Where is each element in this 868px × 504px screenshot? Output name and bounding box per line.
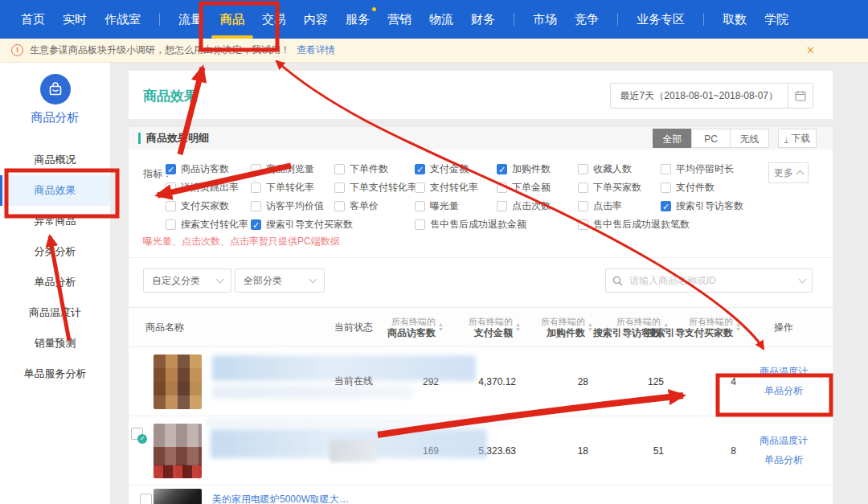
column-header-加购件数[interactable]: 所有终端的加购件数▲▼	[521, 317, 593, 338]
metric-checkbox-客单价[interactable]: 客单价	[334, 199, 379, 213]
column-header-text: 所有终端的商品访客数	[387, 317, 436, 338]
metric-label: 下单买家数	[593, 181, 641, 195]
nav-item-服务[interactable]: 服务	[337, 0, 379, 39]
tab-无线[interactable]: 无线	[730, 129, 769, 148]
selected-check-badge[interactable]	[131, 428, 143, 440]
sidebar-menu: 商品概况商品效果异常商品分类分析单品分析商品温度计销量预测单品服务分析	[0, 145, 110, 389]
nav-item-财务[interactable]: 财务	[462, 0, 504, 39]
metric-checkbox-下单支付转化率[interactable]: 下单支付转化率	[334, 181, 417, 195]
nav-item-内容[interactable]: 内容	[295, 0, 337, 39]
nav-item-取数[interactable]: 取数	[714, 0, 755, 39]
metric-checkbox-支付买家数[interactable]: 支付买家数	[166, 199, 229, 213]
sidebar-item-异常商品[interactable]: 异常商品	[0, 206, 110, 236]
checkbox-icon	[251, 164, 261, 174]
metric-checkbox-访客平均价值[interactable]: 访客平均价值	[251, 199, 324, 213]
custom-category-select[interactable]: 自定义分类	[143, 268, 231, 293]
metric-checkbox-搜索引导支付买家数[interactable]: ✓搜索引导支付买家数	[251, 218, 353, 232]
product-thumbnail	[154, 489, 202, 504]
column-header-scope: 所有终端的	[541, 317, 585, 327]
column-header-搜索引导支付买家数[interactable]: 所有终端的搜索引导支付买家数▲▼	[669, 317, 741, 338]
metric-checkbox-点击次数[interactable]: 点击次数	[497, 199, 551, 213]
metric-checkbox-下单金额[interactable]: 下单金额	[497, 181, 551, 195]
metric-checkbox-平均停留时长[interactable]: 平均停留时长	[661, 162, 734, 176]
sort-icons: ▲▼	[515, 322, 521, 332]
column-header-支付金额[interactable]: 所有终端的支付金额▲▼	[444, 317, 521, 338]
action-product-thermometer[interactable]: 商品温度计	[760, 434, 808, 448]
metric-label: 曝光量	[430, 199, 459, 213]
nav-item-实时[interactable]: 实时	[54, 0, 96, 39]
sidebar-item-销量预测[interactable]: 销量预测	[0, 328, 110, 359]
sidebar-item-商品温度计[interactable]: 商品温度计	[0, 297, 110, 328]
metric-checkbox-搜索支付转化率[interactable]: 搜索支付转化率	[166, 218, 248, 232]
nav-divider	[703, 13, 704, 26]
metric-checkbox-下单转化率[interactable]: 下单转化率	[251, 181, 314, 195]
section-title: 商品效果明细	[146, 131, 209, 145]
notice-detail-link[interactable]: 查看详情	[297, 43, 335, 57]
nav-item-学院[interactable]: 学院	[755, 0, 797, 39]
metrics-checkbox-grid: ✓商品访客数商品浏览量下单件数✓支付金额✓加购件数收藏人数平均停留时长详情页跳出…	[166, 162, 776, 240]
sort-icons: ▲▼	[735, 322, 741, 332]
sidebar-item-商品效果[interactable]: 商品效果	[0, 175, 110, 206]
sidebar-item-分类分析[interactable]: 分类分析	[0, 236, 110, 267]
metric-checkbox-搜索引导访客数[interactable]: ✓搜索引导访客数	[661, 199, 743, 213]
download-icon: ↓	[784, 134, 789, 143]
metric-checkbox-商品浏览量[interactable]: 商品浏览量	[251, 162, 314, 176]
nav-item-流量[interactable]: 流量	[170, 0, 211, 39]
tab-全部[interactable]: 全部	[653, 129, 692, 148]
search-input[interactable]	[628, 274, 800, 287]
metric-checkbox-售中售后成功退款金额[interactable]: 售中售后成功退款金额	[415, 218, 526, 232]
sidebar-item-单品分析[interactable]: 单品分析	[0, 267, 110, 297]
product-search-box	[605, 268, 813, 293]
column-header-商品访客数[interactable]: 所有终端的商品访客数▲▼	[386, 317, 444, 338]
download-button[interactable]: ↓ 下载	[778, 129, 817, 148]
metric-checkbox-下单件数[interactable]: 下单件数	[334, 162, 388, 176]
chevron-down-icon	[216, 276, 224, 284]
more-metrics-button[interactable]: 更多	[768, 162, 809, 183]
metric-checkbox-售中售后成功退款笔数[interactable]: 售中售后成功退款笔数	[578, 218, 690, 232]
metric-checkbox-加购件数[interactable]: ✓加购件数	[497, 162, 551, 176]
checkbox-checked-icon: ✓	[166, 164, 176, 174]
sort-desc-icon: ▼	[588, 327, 593, 332]
metric-checkbox-曝光量[interactable]: 曝光量	[415, 199, 459, 213]
sort-desc-icon: ▼	[735, 327, 741, 332]
nav-item-作战室[interactable]: 作战室	[96, 0, 149, 39]
nav-item-营销[interactable]: 营销	[379, 0, 420, 39]
nav-item-竞争[interactable]: 竞争	[566, 0, 608, 39]
metric-checkbox-商品访客数[interactable]: ✓商品访客数	[166, 162, 229, 176]
all-category-select[interactable]: 全部分类	[235, 268, 325, 293]
tab-PC[interactable]: PC	[691, 129, 731, 148]
metric-checkbox-下单买家数[interactable]: 下单买家数	[578, 181, 641, 195]
metric-checkbox-支付金额[interactable]: ✓支付金额	[415, 162, 469, 176]
search-buyers-cell: 4	[669, 376, 741, 387]
nav-item-首页[interactable]: 首页	[12, 0, 54, 39]
metric-label: 下单转化率	[266, 181, 314, 195]
close-icon[interactable]: ✕	[806, 44, 815, 56]
metric-checkbox-支付转化率[interactable]: 支付转化率	[415, 181, 478, 195]
nav-item-物流[interactable]: 物流	[420, 0, 462, 39]
sidebar-item-单品服务分析[interactable]: 单品服务分析	[0, 359, 110, 389]
terminal-tabs: 全部PC无线	[653, 129, 769, 148]
metric-checkbox-支付件数[interactable]: 支付件数	[661, 181, 714, 195]
nav-item-市场[interactable]: 市场	[524, 0, 566, 39]
sort-desc-icon: ▼	[515, 327, 521, 332]
row-checkbox[interactable]	[140, 494, 152, 504]
metric-checkbox-点击率[interactable]: 点击率	[578, 199, 622, 213]
product-name-link[interactable]: 美的家用电暖炉5000W取暖大…	[212, 493, 349, 504]
chevron-down-icon	[799, 276, 807, 284]
nav-item-业务专区[interactable]: 业务专区	[628, 0, 694, 39]
date-range-picker[interactable]: 最近7天（2018-08-01~2018-08-07）	[610, 83, 813, 109]
metric-label: 详情页跳出率	[181, 181, 239, 195]
action-single-item-analysis[interactable]: 单品分析	[764, 453, 803, 467]
checkbox-checked-icon: ✓	[415, 164, 425, 174]
sidebar-item-商品概况[interactable]: 商品概况	[0, 145, 110, 175]
metric-checkbox-收藏人数[interactable]: 收藏人数	[578, 162, 632, 176]
metric-checkbox-详情页跳出率[interactable]: 详情页跳出率	[166, 181, 239, 195]
column-header-metric: 搜索引导支付买家数	[646, 327, 733, 338]
nav-item-交易[interactable]: 交易	[253, 0, 295, 39]
page-title: 商品效果	[143, 87, 198, 105]
action-single-item-analysis[interactable]: 单品分析	[764, 384, 803, 398]
metric-label: 搜索引导支付买家数	[266, 218, 353, 232]
nav-item-商品[interactable]: 商品	[211, 0, 253, 39]
action-product-thermometer[interactable]: 商品温度计	[760, 365, 808, 379]
metric-label: 下单金额	[512, 181, 551, 195]
